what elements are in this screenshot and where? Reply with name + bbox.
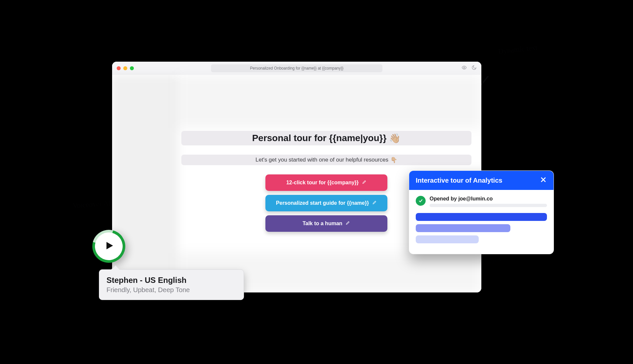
edit-icon xyxy=(372,200,377,206)
address-bar-text: Personalized Onboarding for {{name}} at … xyxy=(250,66,344,71)
voice-name: Stephen - US English xyxy=(106,276,236,285)
svg-point-0 xyxy=(464,67,465,68)
analytics-header: Interactive tour of Analytics xyxy=(409,171,554,190)
wave-emoji-icon: 👋🏼 xyxy=(389,133,401,144)
page-subheading[interactable]: Let's get you started with one of our he… xyxy=(181,155,471,165)
close-button[interactable] xyxy=(540,176,547,185)
placeholder-line xyxy=(430,204,547,207)
close-window-button[interactable] xyxy=(117,66,121,70)
voice-descriptor: Friendly, Upbeat, Deep Tone xyxy=(106,286,236,294)
tour-button-label: 12-click tour for {{company}} xyxy=(286,180,359,186)
window-titlebar: Personalized Onboarding for {{name}} at … xyxy=(112,62,481,75)
analytics-popover: Interactive tour of Analytics Opened by … xyxy=(409,170,554,254)
progress-bar-1 xyxy=(416,213,547,221)
edit-icon xyxy=(346,221,350,227)
blurred-header xyxy=(178,75,481,128)
talk-to-human-button[interactable]: Talk to a human xyxy=(265,215,387,232)
address-bar[interactable]: Personalized Onboarding for {{name}} at … xyxy=(211,64,382,72)
progress-bar-3 xyxy=(416,235,479,243)
page-heading[interactable]: Personal tour for {{name|you}} 👋🏼 xyxy=(181,131,471,145)
progress-bar-2 xyxy=(416,224,510,232)
tour-button[interactable]: 12-click tour for {{company}} xyxy=(265,174,387,191)
opened-by-text: Opened by joe@lumin.co xyxy=(430,196,547,202)
analytics-title: Interactive tour of Analytics xyxy=(416,177,502,184)
cta-group: 12-click tour for {{company}} Personaliz… xyxy=(265,174,387,232)
subheading-text: Let's get you started with one of our he… xyxy=(256,157,388,163)
traffic-lights xyxy=(117,66,134,70)
guide-button[interactable]: Personalized start guide for {{name}} xyxy=(265,195,387,211)
edit-icon xyxy=(362,180,367,186)
guide-button-label: Personalized start guide for {{name}} xyxy=(276,200,369,206)
annotation-dynamic-text: Dynamic text xyxy=(498,43,538,56)
moon-icon[interactable] xyxy=(471,65,477,72)
human-button-label: Talk to a human xyxy=(303,221,343,227)
eye-icon[interactable] xyxy=(462,65,467,72)
annotation-voiceover-ai: Voiceover AI xyxy=(72,199,111,210)
opened-by-row: Opened by joe@lumin.co xyxy=(416,196,547,207)
minimize-window-button[interactable] xyxy=(123,66,127,70)
maximize-window-button[interactable] xyxy=(130,66,134,70)
play-button[interactable] xyxy=(86,224,132,269)
play-icon xyxy=(103,240,114,253)
heading-text: Personal tour for {{name|you}} xyxy=(252,133,387,143)
point-down-emoji-icon: 👇🏼 xyxy=(390,157,397,164)
voice-tooltip: Stephen - US English Friendly, Upbeat, D… xyxy=(99,269,244,300)
check-icon xyxy=(416,196,426,206)
